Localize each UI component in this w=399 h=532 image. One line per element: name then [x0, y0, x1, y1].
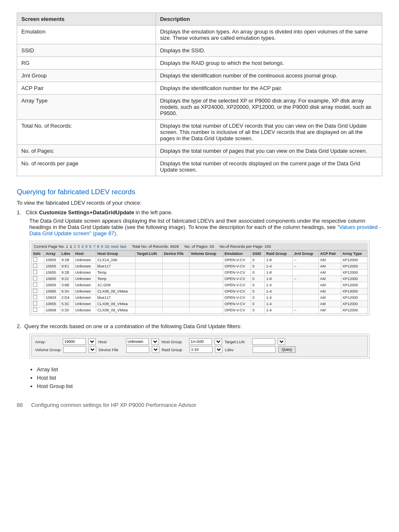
- mini-table-header: Raid Group: [265, 251, 292, 257]
- page-description: Configuring common settings for HP XP P9…: [31, 402, 196, 408]
- mini-table-cell: Unknown: [74, 295, 96, 301]
- table-cell-element: SSID: [17, 44, 156, 57]
- page-link-9[interactable]: 9: [101, 244, 103, 249]
- page-link-4[interactable]: 4: [82, 244, 84, 249]
- table-row: No. of records per pageDisplays the tota…: [17, 157, 382, 176]
- mini-table-cell: OPEN-V-CV: [223, 257, 251, 263]
- page-link-last[interactable]: last: [120, 244, 126, 249]
- table-cell-element: Array Type: [17, 95, 156, 120]
- table-cell-description: Displays the total number of pages that …: [156, 145, 382, 157]
- row-checkbox[interactable]: [33, 289, 37, 293]
- table-cell-description: Displays the RAID group to which the hos…: [156, 57, 382, 69]
- row-checkbox[interactable]: [33, 270, 37, 274]
- page-link-next[interactable]: next: [111, 244, 118, 249]
- mini-table-cell: Unknown: [74, 270, 96, 276]
- mini-table-cell: 0: [251, 270, 265, 276]
- mini-topbar: Current Page No. 1 1 2 3 4 5 6 7 8 9 10 …: [31, 243, 368, 250]
- mini-table-cell: XP12000: [341, 282, 367, 288]
- target-lun-input[interactable]: [252, 338, 275, 345]
- host-group-select[interactable]: [215, 338, 222, 345]
- step-2-number: 2. Query the records based on one or a c…: [17, 323, 382, 329]
- step-2-block: 2. Query the records based on one or a c…: [17, 323, 382, 329]
- raid-group-select[interactable]: [215, 346, 223, 353]
- mini-table-cell: 1C-G09: [96, 282, 135, 288]
- step-1-block: 1. Click Customize Settings+DataGridUpda…: [17, 209, 382, 236]
- table-cell-element: ACP Pair: [17, 82, 156, 95]
- mini-table-cell: 0: [251, 301, 265, 307]
- row-checkbox[interactable]: [33, 295, 37, 299]
- page-link-5[interactable]: 5: [85, 244, 87, 249]
- section-heading: Querying for fabricated LDEV records: [17, 188, 382, 196]
- row-checkbox[interactable]: [33, 257, 37, 262]
- device-file-label: Device File: [99, 347, 124, 352]
- mini-table-cell: 1-8: [265, 276, 292, 282]
- page-link-2[interactable]: 2: [74, 244, 76, 249]
- mini-table-cell: OPEN-V-CV: [223, 295, 251, 301]
- mini-table-cell: 3:6B: [60, 282, 74, 288]
- volume-group-select[interactable]: [89, 346, 96, 353]
- target-lun-select[interactable]: [278, 338, 285, 345]
- page-link-3[interactable]: 3: [77, 244, 79, 249]
- pagination-label: Current Page No. 1: [34, 244, 68, 249]
- mini-table-cell: [135, 288, 162, 295]
- device-file-select[interactable]: [152, 346, 159, 353]
- mini-table-cell: [292, 288, 319, 295]
- mini-table-cell: [32, 282, 44, 288]
- mini-table-header: Ldev: [60, 251, 74, 257]
- mini-table-cell: [135, 263, 162, 270]
- page-link-8[interactable]: 8: [97, 244, 99, 249]
- host-group-input[interactable]: [189, 338, 212, 345]
- row-checkbox[interactable]: [33, 283, 37, 287]
- mini-table-cell: 5:3C: [60, 301, 74, 307]
- step-1-description: The Data Grid Update screen appears disp…: [29, 218, 382, 236]
- row-checkbox[interactable]: [33, 276, 37, 280]
- mini-table-header: Emulation: [223, 251, 251, 257]
- page-link-6[interactable]: 6: [89, 244, 91, 249]
- mini-table-cell: OPEN-V-CV: [223, 307, 251, 314]
- array-select[interactable]: [88, 338, 96, 345]
- host-select[interactable]: [151, 338, 159, 345]
- ldev-input[interactable]: [253, 346, 276, 353]
- table-row: RGDisplays the RAID group to which the h…: [17, 57, 382, 69]
- page-link-1[interactable]: 1: [70, 244, 72, 249]
- mini-table-cell: 9:E1: [60, 263, 74, 270]
- mini-table-cell: AM: [319, 288, 341, 295]
- mini-table-cell: [163, 301, 189, 307]
- table-header-description: Description: [156, 13, 382, 26]
- array-input[interactable]: [63, 338, 86, 345]
- mini-table-cell: [189, 276, 223, 282]
- filter-area-container: Array: Host Host Group Target:LUN Volume…: [29, 334, 370, 359]
- query-button[interactable]: Query: [278, 346, 296, 353]
- volume-group-input[interactable]: [63, 346, 86, 353]
- table-row: Total No. of Records:Displays the total …: [17, 120, 382, 145]
- mini-table-cell: [135, 257, 162, 263]
- mini-table-header: Host: [74, 251, 96, 257]
- table-row: ACP PairDisplays the identification numb…: [17, 82, 382, 95]
- mini-table-cell: AM: [319, 276, 341, 282]
- row-checkbox[interactable]: [33, 264, 37, 268]
- raid-group-input[interactable]: [189, 346, 212, 353]
- mini-table-cell: [189, 270, 223, 276]
- page-link-10[interactable]: 10: [105, 244, 110, 249]
- mini-table-cell: Temp: [96, 276, 135, 282]
- host-input[interactable]: [126, 338, 149, 345]
- table-row: SSIDDisplays the SSID.: [17, 44, 382, 57]
- mini-table-row: 106559:E1Unknownblue117OPEN-V-CV01-4--AM…: [32, 263, 368, 270]
- mini-table-cell: [135, 295, 162, 301]
- mini-table-cell: AM: [319, 301, 341, 307]
- mini-table-cell: [292, 270, 319, 276]
- table-cell-description: Displays the type of the selected XP or …: [156, 95, 382, 120]
- row-checkbox[interactable]: [33, 308, 37, 312]
- table-header-element: Screen elements: [17, 13, 156, 26]
- mini-table-cell: 0: [251, 282, 265, 288]
- mini-table-cell: 9:1B: [60, 257, 74, 263]
- row-checkbox[interactable]: [33, 301, 37, 306]
- mini-table-cell: [163, 307, 189, 314]
- device-file-input[interactable]: [126, 346, 149, 353]
- step-1-bold: Customize Settings+DataGridUpdate: [39, 209, 134, 216]
- page-link-7[interactable]: 7: [93, 244, 95, 249]
- screen-elements-table: Screen elements Description EmulationDis…: [17, 13, 382, 176]
- mini-table-cell: XP12000: [341, 270, 367, 276]
- mini-area: Current Page No. 1 1 2 3 4 5 6 7 8 9 10 …: [31, 243, 368, 314]
- table-cell-description: Displays the identification number for t…: [156, 82, 382, 95]
